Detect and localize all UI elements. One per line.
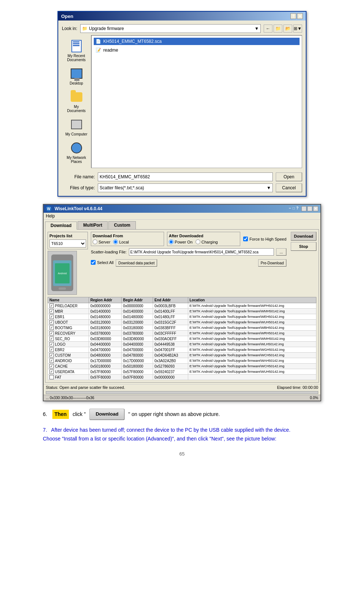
nav-my-documents[interactable]: My Documents xyxy=(64,89,89,114)
nav-desktop[interactable]: Desktop xyxy=(64,66,89,87)
step7-para: 7. After device has been turned off; con… xyxy=(43,426,321,443)
table-row: FAT 0x97F80000 0x97F80000 0x00000000 xyxy=(48,375,316,380)
server-radio[interactable]: Server xyxy=(93,239,110,244)
nav-my-computer[interactable]: My Computer xyxy=(64,116,89,138)
file-type-label: Files of type: xyxy=(62,185,95,190)
cell-name-7: LOGO xyxy=(48,342,89,347)
cancel-button[interactable]: Cancel xyxy=(276,183,302,192)
row-check-1[interactable] xyxy=(49,309,54,313)
click-text: click " xyxy=(73,410,86,418)
file-item-readme[interactable]: 📝 readme xyxy=(94,47,300,54)
row-check-2[interactable] xyxy=(49,315,54,319)
charging-radio[interactable]: Charging xyxy=(196,239,218,244)
cell-name-9: CUSTOM xyxy=(48,353,89,358)
bottom-status: ... 0x330:300x30-----------0x36 0.0% xyxy=(44,395,320,401)
table-row: LOGO 0x04400000 0x04400000 0x04449538 E:… xyxy=(48,342,316,347)
cell-end-7: 0x04449538 xyxy=(153,342,188,347)
nav-network[interactable]: My Network Places xyxy=(64,140,89,165)
row-check-0[interactable] xyxy=(49,304,54,308)
select-all-check[interactable] xyxy=(91,260,96,265)
local-radio[interactable]: Local xyxy=(113,239,129,244)
row-check-12[interactable] xyxy=(49,369,54,374)
cell-name-2: EBR1 xyxy=(48,314,89,320)
tab-custom[interactable]: Custom xyxy=(108,221,136,229)
row-check-7[interactable] xyxy=(49,342,54,346)
help-btn[interactable]: ? xyxy=(290,13,296,19)
scatter-input[interactable] xyxy=(129,248,274,256)
pre-dl-btn[interactable]: Pre-Download xyxy=(258,259,286,267)
row-check-8[interactable] xyxy=(49,347,54,352)
force-speed-section: Force to High Speed xyxy=(243,232,286,246)
row-check-3[interactable] xyxy=(49,320,54,324)
open-button[interactable]: Open xyxy=(276,172,302,181)
cell-location-5: E:\MTK Android Upgrade Tool\Upgrade firm… xyxy=(188,331,316,336)
row-check-9[interactable] xyxy=(49,353,54,357)
nav-my-computer-label: My Computer xyxy=(65,132,87,136)
cell-name-1: MBR xyxy=(48,309,89,314)
table-row: BOOTIMG 0x03180000 0x03180000 0x0383BFFF… xyxy=(48,325,316,331)
cell-region-11: 0x50180000 xyxy=(89,364,121,369)
cell-begin-0: 0x00000000 xyxy=(122,303,153,309)
row-check-11[interactable] xyxy=(49,364,54,368)
row-check-13[interactable] xyxy=(49,375,54,379)
projects-panel: Projects list T6510 xyxy=(48,232,88,249)
row-check-6[interactable] xyxy=(49,337,54,341)
up-btn[interactable]: 📁 xyxy=(274,25,282,33)
help-menu[interactable]: Help xyxy=(46,213,55,219)
row-check-5[interactable] xyxy=(49,331,54,335)
power-on-radio[interactable]: Power On xyxy=(169,239,193,244)
titlebar-controls: ? ✕ xyxy=(290,13,303,19)
scatter-browse-btn[interactable]: ... xyxy=(276,248,286,256)
back-btn[interactable]: ← xyxy=(264,25,272,33)
close-btn[interactable]: ✕ xyxy=(297,13,303,19)
after-dl-panel: After Downloaded Power On Charging xyxy=(167,232,240,246)
nav-recent-docs[interactable]: My Recent Documents xyxy=(64,38,89,63)
stop-btn[interactable]: Stop xyxy=(291,242,316,251)
wise-minimize[interactable]: _ xyxy=(301,206,307,211)
view-btn[interactable]: ⊞▼ xyxy=(293,25,302,33)
wise-maximize[interactable]: □ xyxy=(307,206,312,211)
force-speed-check[interactable] xyxy=(243,237,248,241)
row-check-10[interactable] xyxy=(49,358,54,363)
nav-my-docs-label: My Documents xyxy=(65,105,88,113)
file-area[interactable]: 📄 KH5014_EMMC_MT6582.sca 📝 readme xyxy=(91,35,302,168)
cell-region-13: 0x97F80000 xyxy=(89,375,121,380)
download-btn[interactable]: Download xyxy=(291,232,316,241)
file-type-combo[interactable]: Scatter files(*.txt;*.sca) ▼ xyxy=(98,183,273,192)
cell-begin-12: 0x57F80000 xyxy=(122,369,153,375)
select-all-row: Select All xyxy=(91,260,114,265)
txt-file-icon: 📝 xyxy=(95,47,101,53)
charging-input[interactable] xyxy=(196,239,200,244)
cell-location-6: E:\MTK Android Upgrade Tool\Upgrade firm… xyxy=(188,336,316,342)
look-in-combo[interactable]: 📁 Upgrade firmware ▼ xyxy=(80,24,261,33)
server-radio-input[interactable] xyxy=(93,239,97,244)
cell-region-8: 0x04700000 xyxy=(89,347,121,353)
power-on-input[interactable] xyxy=(169,239,174,244)
create-btn[interactable]: 📂 xyxy=(283,25,292,33)
icon2: □ xyxy=(293,206,295,211)
row-check-4[interactable] xyxy=(49,326,54,330)
status-bar: Status: Open and parse scatter file succ… xyxy=(44,384,320,390)
dl-data-btn[interactable]: Download data packet xyxy=(116,259,157,267)
cell-begin-2: 0x01480000 xyxy=(122,314,153,320)
wise-close[interactable]: ✕ xyxy=(313,206,318,211)
file-name-input[interactable] xyxy=(98,172,273,181)
nav-recent-docs-label: My Recent Documents xyxy=(65,54,88,62)
table-row: ANDROID 0x17D00000 0x17D00000 0x3A02A2B0… xyxy=(48,358,316,364)
look-in-label: Look in: xyxy=(62,26,77,31)
file-item-sca[interactable]: 📄 KH5014_EMMC_MT6582.sca xyxy=(94,38,300,45)
col-begin: Begin Addr xyxy=(122,297,153,303)
local-radio-input[interactable] xyxy=(113,239,118,244)
icon3: ? xyxy=(296,206,298,211)
file-type-row: Files of type: Scatter files(*.txt;*.sca… xyxy=(62,183,302,192)
wise-top-row: Projects list T6510 Android xyxy=(48,232,316,295)
col-name: Name xyxy=(48,297,89,303)
projects-combo[interactable]: T6510 xyxy=(49,239,86,248)
cell-begin-9: 0x04780000 xyxy=(122,353,153,358)
status-text: Status: Open and parse scatter file succ… xyxy=(46,385,125,390)
cell-end-9: 0x04D64B2A3 xyxy=(153,353,188,358)
after-dl-radios: Power On Charging xyxy=(169,239,238,244)
tab-multiport[interactable]: MultiPort xyxy=(78,221,108,229)
computer-icon xyxy=(70,118,83,131)
tab-download[interactable]: Download xyxy=(45,222,77,230)
